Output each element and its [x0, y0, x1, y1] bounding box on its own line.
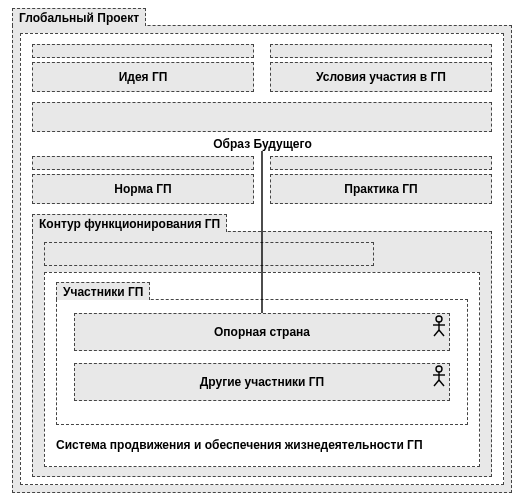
svg-line-4: [439, 330, 444, 336]
idea-label: Идея ГП: [119, 70, 168, 84]
participants-title: Участники ГП: [63, 285, 143, 299]
system-label: Система продвижения и обеспечения жизнед…: [56, 438, 423, 452]
other-participants-box: Другие участники ГП: [74, 363, 450, 401]
conditions-label: Условия участия в ГП: [316, 70, 446, 84]
actor-icon: [432, 315, 446, 337]
row2-empty-right: [270, 156, 492, 170]
svg-point-5: [436, 366, 442, 372]
idea-box: Идея ГП: [32, 62, 254, 92]
participants-tab: Участники ГП: [56, 282, 150, 300]
title-tab: Глобальный Проект: [12, 8, 146, 26]
row2-empty-left: [32, 156, 254, 170]
loop-tab: Контур функционирования ГП: [32, 214, 227, 232]
svg-point-0: [436, 316, 442, 322]
practice-box: Практика ГП: [270, 174, 492, 204]
loop-inner-bar: [44, 242, 374, 266]
practice-label: Практика ГП: [344, 182, 417, 196]
svg-line-8: [434, 380, 439, 386]
other-participants-label: Другие участники ГП: [200, 375, 324, 389]
future-empty: [32, 102, 492, 132]
norm-label: Норма ГП: [114, 182, 171, 196]
system-text: Система продвижения и обеспечения жизнед…: [56, 438, 423, 452]
row1-empty-left: [32, 44, 254, 58]
row1-empty-right: [270, 44, 492, 58]
conditions-box: Условия участия в ГП: [270, 62, 492, 92]
future-label: Образ Будущего: [0, 137, 525, 151]
loop-title: Контур функционирования ГП: [39, 217, 220, 231]
anchor-country-label: Опорная страна: [214, 325, 310, 339]
svg-line-9: [439, 380, 444, 386]
svg-line-3: [434, 330, 439, 336]
future-text: Образ Будущего: [213, 137, 311, 151]
norm-box: Норма ГП: [32, 174, 254, 204]
title-text: Глобальный Проект: [19, 11, 139, 25]
actor-icon: [432, 365, 446, 387]
anchor-country-box: Опорная страна: [74, 313, 450, 351]
